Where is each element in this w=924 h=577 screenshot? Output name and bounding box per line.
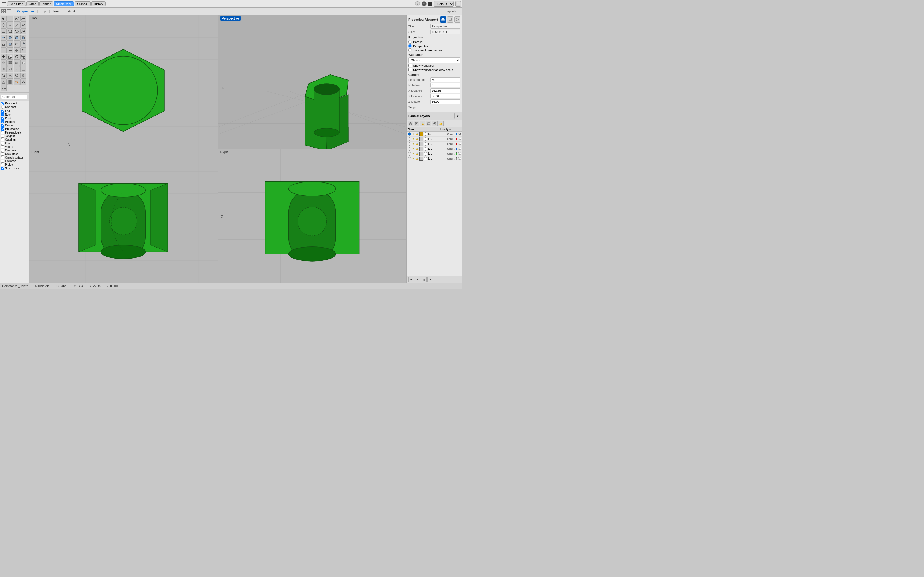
point-tool[interactable]: ··· (7, 16, 13, 22)
polygon-tool[interactable] (7, 28, 13, 34)
tab-right[interactable]: Right (65, 9, 78, 13)
viewport-front[interactable]: Front (29, 149, 218, 283)
viewport-top[interactable]: Top y x (29, 15, 218, 149)
viewport-perspective[interactable]: Perspective (218, 15, 407, 149)
command-input[interactable] (1, 95, 27, 99)
snap-near-checkbox[interactable] (1, 113, 4, 116)
snap-tangent-checkbox[interactable] (1, 135, 4, 138)
surface-tool[interactable] (0, 35, 6, 41)
history-button[interactable]: History (91, 2, 106, 6)
layer-row[interactable]: ☀ 🔒 L... Conti... (407, 152, 462, 156)
cylinder-tool[interactable] (14, 35, 20, 41)
text-tool[interactable]: A (14, 66, 20, 72)
layer-row[interactable]: ☀ 🔒 L... Conti... (407, 156, 462, 161)
annotation-tool[interactable] (7, 66, 13, 72)
z-location-input[interactable] (430, 100, 460, 104)
persistent-radio[interactable] (1, 102, 4, 105)
snap-quadrant-checkbox[interactable] (1, 138, 4, 141)
pan-tool[interactable] (7, 73, 13, 79)
snap-on-curve-checkbox[interactable] (1, 149, 4, 152)
layer-row[interactable]: ☀ 🔒 L... Conti... (407, 142, 462, 147)
cplane-tool[interactable] (0, 79, 6, 85)
mirror-tool[interactable] (0, 60, 6, 66)
copy-tool[interactable] (7, 53, 13, 60)
snap-midpoint-checkbox[interactable] (1, 120, 4, 123)
layers-remove-btn[interactable]: − (415, 277, 420, 282)
mesh-tool[interactable] (0, 41, 6, 47)
scale-tool[interactable] (20, 53, 26, 60)
expand-button[interactable]: ⬜ (456, 1, 461, 6)
zoom-tool[interactable] (0, 73, 6, 79)
record-circle-button[interactable]: ● (422, 2, 426, 6)
snap-knot-checkbox[interactable] (1, 142, 4, 145)
gumball-button[interactable]: Gumball (74, 2, 91, 6)
move-tool[interactable] (0, 53, 6, 60)
grid-tool[interactable] (7, 79, 13, 85)
sphere-tool[interactable] (7, 35, 13, 41)
snap-intersection-checkbox[interactable] (1, 127, 4, 131)
stop-button[interactable] (428, 2, 432, 6)
layers-add-footer-btn[interactable]: + (409, 277, 414, 282)
snap-point-checkbox[interactable] (1, 117, 4, 120)
spline-tool[interactable] (20, 28, 26, 34)
viewport-right[interactable]: Right z (218, 149, 407, 283)
boolean-union-tool[interactable] (14, 60, 20, 66)
two-point-radio[interactable] (409, 48, 412, 52)
smarttrack-button[interactable]: SmartTrack (53, 2, 74, 6)
layer-row[interactable]: ☀ 🔒 L... Conti... (407, 147, 462, 152)
fillet-tool[interactable] (0, 47, 6, 53)
snap-project-checkbox[interactable] (1, 163, 4, 166)
split-tool[interactable] (14, 47, 20, 53)
layers-settings-footer-btn[interactable]: ⚙ (421, 277, 426, 282)
dimension-tool[interactable]: 5.0 (0, 66, 6, 72)
polyline-tool[interactable] (20, 22, 26, 28)
extrude-tool[interactable] (7, 41, 13, 47)
osnap-tool[interactable] (14, 79, 20, 85)
trim-tool[interactable] (7, 47, 13, 53)
object-icon-btn[interactable] (454, 16, 460, 23)
box-tool[interactable] (20, 35, 26, 41)
viewport-single-icon[interactable] (6, 9, 11, 14)
layers-down-btn[interactable]: ▼ (427, 277, 433, 282)
rectangle-tool[interactable] (0, 28, 6, 34)
tab-front[interactable]: Front (51, 9, 63, 13)
layers-display-btn[interactable] (426, 121, 431, 126)
layers-add-btn[interactable] (414, 121, 419, 126)
snap-on-mesh-checkbox[interactable] (1, 160, 4, 163)
snap-end-checkbox[interactable] (1, 110, 4, 113)
planar-button[interactable]: Planar (39, 2, 53, 6)
extents-tool[interactable] (20, 73, 26, 79)
line-tool[interactable] (14, 22, 20, 28)
revolve-tool[interactable] (20, 41, 26, 47)
oneshot-radio[interactable] (1, 105, 4, 108)
more-tools[interactable] (20, 79, 26, 85)
tab-perspective[interactable]: Perspective (14, 9, 37, 13)
x-location-input[interactable] (430, 89, 460, 93)
ellipse-tool[interactable] (14, 28, 20, 34)
camera-icon-btn[interactable] (440, 16, 446, 23)
layer-row[interactable]: ☀ 🔒 D... Conti... (407, 132, 462, 137)
ortho-button[interactable]: Ortho (26, 2, 39, 6)
lens-input[interactable] (430, 77, 460, 82)
default-dropdown[interactable]: Default (434, 1, 454, 6)
layers-lock-btn[interactable]: 🔒 (420, 121, 425, 126)
hamburger-menu[interactable] (1, 1, 6, 6)
rotate-tool[interactable] (14, 53, 20, 60)
array-tool[interactable] (7, 60, 13, 66)
arc-tool[interactable] (7, 22, 13, 28)
snap-on-polysurface-checkbox[interactable] (1, 156, 4, 159)
play-button[interactable]: ▶ (415, 2, 420, 6)
snap-vertex-checkbox[interactable] (1, 145, 4, 148)
snap-perpendicular-checkbox[interactable] (1, 131, 4, 134)
layers-render-btn[interactable] (432, 121, 438, 126)
tab-top[interactable]: Top (38, 9, 48, 13)
layers-world-icon[interactable] (408, 121, 414, 126)
snap-on-surface-checkbox[interactable] (1, 153, 4, 156)
freeform-tool[interactable] (20, 16, 26, 22)
select-tool[interactable] (0, 16, 6, 22)
display-icon-btn[interactable] (447, 16, 453, 23)
snap-smarttrack-checkbox[interactable] (1, 167, 4, 170)
curve-tool[interactable] (14, 16, 20, 22)
connector-tool[interactable] (0, 85, 6, 91)
layers-bell-btn[interactable]: 🔔 (438, 121, 444, 126)
